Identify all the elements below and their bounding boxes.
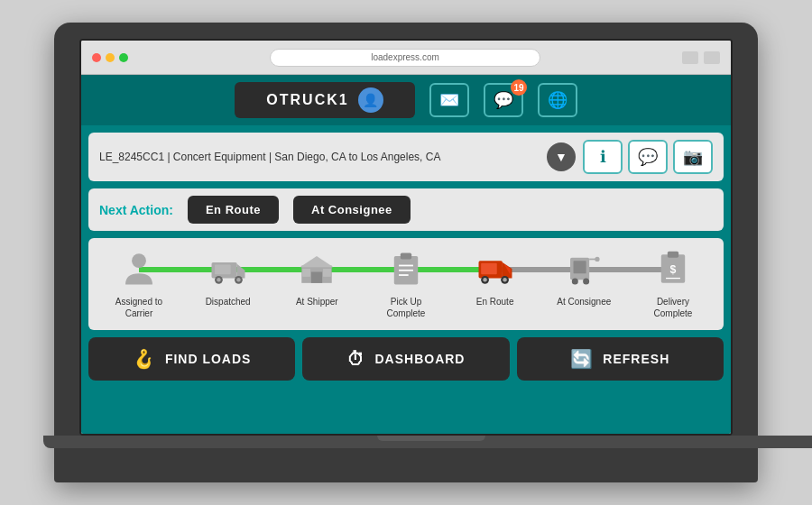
step-assigned-carrier: Assigned toCarrier [103, 249, 175, 319]
svg-rect-7 [215, 265, 231, 275]
browser-action-1[interactable] [682, 51, 698, 64]
refresh-button[interactable]: 🔄 REFRESH [517, 337, 724, 381]
dashboard-icon: ⏱ [346, 349, 365, 370]
svg-point-23 [503, 278, 506, 281]
find-loads-icon: 🪝 [133, 348, 156, 370]
step-at-consignee: At Consignee [548, 249, 620, 308]
svg-text:$: $ [670, 263, 677, 276]
minimize-btn[interactable] [106, 53, 115, 62]
laptop-base [43, 436, 812, 448]
notification-button[interactable]: 💬 19 [484, 83, 523, 117]
app-header: OTRUCK1 👤 ✉️ 💬 19 🌐 [81, 75, 731, 125]
url-text: loadexpress.com [371, 52, 439, 62]
step-delivery-complete: $ DeliveryComplete [637, 249, 709, 319]
app-title-bar: OTRUCK1 👤 [235, 82, 415, 118]
chat-button[interactable]: 💬 [628, 140, 668, 174]
svg-point-4 [217, 278, 220, 281]
camera-button[interactable]: 📷 [673, 140, 713, 174]
svg-point-28 [572, 279, 578, 285]
step-dispatched: Dispatched [192, 249, 264, 308]
svg-marker-9 [300, 256, 334, 267]
svg-point-31 [595, 257, 600, 262]
step-4-label: Pick UpComplete [387, 296, 426, 319]
step-4-icon-container [383, 249, 429, 289]
find-loads-label: FIND LOADS [165, 352, 252, 366]
progress-tracker: Assigned toCarrier [88, 238, 724, 330]
delivery-cart-icon [564, 251, 604, 287]
svg-rect-24 [481, 263, 497, 274]
next-action-bar: Next Action: En Route At Consignee [88, 188, 724, 231]
warehouse-icon [297, 251, 337, 287]
svg-rect-10 [311, 272, 322, 283]
url-bar[interactable]: loadexpress.com [270, 49, 540, 67]
svg-marker-19 [503, 262, 512, 279]
close-btn[interactable] [92, 53, 101, 62]
bottom-buttons: 🪝 FIND LOADS ⏱ DASHBOARD 🔄 REFRESH [88, 337, 724, 381]
svg-rect-11 [302, 269, 310, 277]
step-6-icon-container [561, 249, 606, 289]
step-7-icon-container: $ [651, 249, 696, 289]
find-loads-button[interactable]: 🪝 FIND LOADS [88, 337, 295, 381]
traffic-lights [92, 53, 128, 62]
person-icon [119, 251, 159, 287]
en-route-button[interactable]: En Route [188, 196, 279, 224]
truck-icon [208, 251, 248, 287]
step-5-label: En Route [476, 296, 514, 308]
browser-chrome: loadexpress.com [81, 41, 731, 75]
username-display: OTRUCK1 [266, 92, 348, 108]
step-2-label: Dispatched [206, 296, 251, 308]
svg-point-29 [583, 279, 589, 285]
delivery-truck-icon [475, 251, 515, 287]
clipboard-icon [386, 251, 426, 287]
step-3-icon-container [294, 249, 339, 289]
load-dropdown[interactable]: ▼ [547, 142, 576, 171]
svg-point-6 [236, 278, 240, 281]
notification-badge: 19 [511, 79, 527, 96]
at-consignee-button[interactable]: At Consignee [293, 196, 411, 224]
step-5-icon-container [473, 249, 518, 289]
svg-rect-33 [668, 252, 678, 258]
refresh-icon: 🔄 [570, 348, 594, 370]
refresh-label: REFRESH [603, 352, 669, 366]
app-content: OTRUCK1 👤 ✉️ 💬 19 🌐 LE_8245CC1 | Concert… [81, 75, 731, 434]
step-7-label: DeliveryComplete [654, 296, 693, 319]
browser-action-2[interactable] [704, 51, 720, 64]
laptop-screen: loadexpress.com OTRUCK1 👤 ✉️ 💬 [79, 39, 733, 436]
step-1-label: Assigned toCarrier [115, 296, 162, 319]
invoice-icon: $ [653, 251, 693, 287]
svg-point-0 [132, 253, 146, 268]
browser-actions [682, 51, 720, 64]
info-button[interactable]: ℹ [583, 140, 623, 174]
step-1-icon-container [116, 249, 161, 289]
step-en-route: En Route [459, 249, 531, 308]
maximize-btn[interactable] [119, 53, 128, 62]
step-pickup-complete: Pick UpComplete [370, 249, 442, 319]
svg-rect-14 [401, 252, 411, 259]
dashboard-label: DASHBOARD [374, 352, 465, 366]
svg-rect-12 [323, 269, 331, 277]
load-details: LE_8245CC1 | Concert Equipment | San Die… [99, 151, 540, 163]
step-2-icon-container [206, 249, 251, 289]
svg-rect-27 [574, 261, 586, 273]
step-at-shipper: At Shipper [281, 249, 353, 308]
mail-button[interactable]: ✉️ [429, 83, 469, 117]
laptop-frame: loadexpress.com OTRUCK1 👤 ✉️ 💬 [54, 23, 758, 482]
step-6-label: At Consignee [557, 296, 611, 308]
avatar: 👤 [358, 87, 383, 113]
next-action-label: Next Action: [99, 203, 173, 217]
info-buttons: ℹ 💬 📷 [583, 140, 713, 174]
load-info-text: LE_8245CC1 | Concert Equipment | San Die… [99, 151, 440, 163]
globe-button[interactable]: 🌐 [538, 83, 577, 117]
dashboard-button[interactable]: ⏱ DASHBOARD [302, 337, 509, 381]
svg-point-21 [483, 278, 486, 281]
step-3-label: At Shipper [296, 296, 338, 308]
load-info-bar: LE_8245CC1 | Concert Equipment | San Die… [88, 133, 724, 181]
